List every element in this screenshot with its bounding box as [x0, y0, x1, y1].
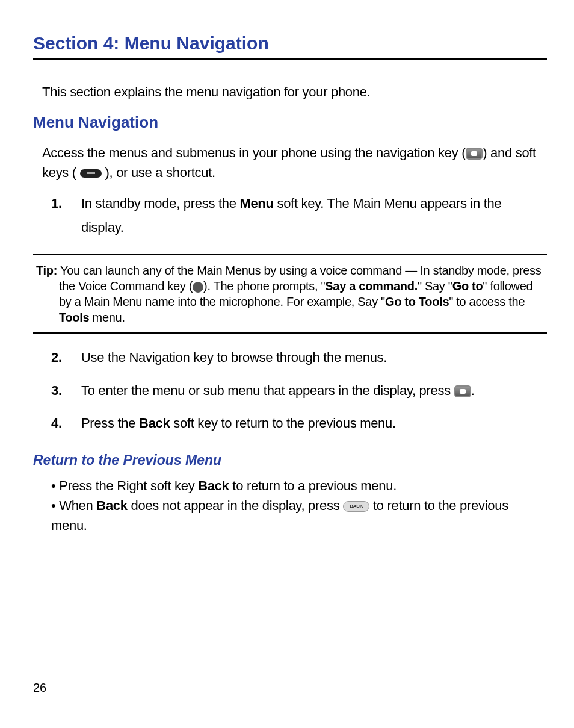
- b2-bold-back: Back: [96, 498, 127, 513]
- tip-goto-tools: Go to Tools: [385, 295, 449, 308]
- b1-text-c: to return to a previous menu.: [229, 478, 397, 493]
- step-content: Press the Back soft key to return to the…: [81, 411, 547, 435]
- step1-text-a: In standby mode, press the: [81, 196, 239, 211]
- access-text-pre: Access the menus and submenus in your ph…: [42, 145, 466, 160]
- step-content: In standby mode, press the Menu soft key…: [81, 191, 547, 239]
- step3-text-a: To enter the menu or sub menu that appea…: [81, 383, 454, 398]
- step-content: Use the Navigation key to browse through…: [81, 346, 547, 370]
- step-number: 2.: [51, 346, 81, 370]
- voice-command-key-icon: [193, 282, 203, 293]
- tip-text-6: menu.: [89, 311, 125, 324]
- b2-text-a: When: [59, 498, 96, 513]
- tip-text-3: " Say ": [418, 279, 452, 293]
- tip-goto: Go to: [452, 279, 483, 293]
- intro-text: This section explains the menu navigatio…: [42, 84, 547, 100]
- tip-say-command: Say a command.: [325, 279, 418, 293]
- return-bullet-2: When Back does not appear in the display…: [51, 496, 547, 535]
- b1-bold-back: Back: [198, 478, 229, 493]
- tip-text-2: ). The phone prompts, ": [203, 279, 325, 293]
- b1-text-a: Press the Right soft key: [59, 478, 198, 493]
- subheading-return: Return to the Previous Menu: [33, 452, 547, 468]
- step-number: 4.: [51, 411, 81, 435]
- access-paragraph: Access the menus and submenus in your ph…: [42, 143, 547, 182]
- access-text-post: ), or use a shortcut.: [102, 165, 215, 180]
- tip-text-5: " to access the: [449, 295, 525, 308]
- step-3: 3. To enter the menu or sub menu that ap…: [51, 379, 547, 403]
- step-2: 2. Use the Navigation key to browse thro…: [51, 346, 547, 370]
- step-number: 3.: [51, 379, 81, 403]
- b2-text-c: does not appear in the display, press: [128, 498, 343, 513]
- soft-key-icon: [80, 169, 102, 178]
- step1-bold-menu: Menu: [239, 196, 273, 211]
- navigation-key-icon: [466, 148, 483, 160]
- back-key-icon: BACK: [343, 501, 369, 512]
- tip-box: Tip: You can launch any of the Main Menu…: [33, 254, 547, 334]
- page-number: 26: [33, 681, 46, 695]
- return-bullet-1: Press the Right soft key Back to return …: [51, 476, 547, 496]
- step4-bold-back: Back: [139, 415, 170, 431]
- step-content: To enter the menu or sub menu that appea…: [81, 379, 547, 403]
- step4-text-a: Press the: [81, 415, 139, 431]
- step-number: 1.: [51, 191, 81, 239]
- step-4: 4. Press the Back soft key to return to …: [51, 411, 547, 435]
- tip-tools: Tools: [59, 311, 89, 324]
- navigation-key-icon: [454, 385, 471, 397]
- step-1: 1. In standby mode, press the Menu soft …: [51, 191, 547, 239]
- subheading-menu-navigation: Menu Navigation: [33, 113, 547, 132]
- step4-text-c: soft key to return to the previous menu.: [170, 415, 395, 431]
- tip-label: Tip:: [36, 264, 57, 277]
- section-title: Section 4: Menu Navigation: [33, 33, 547, 60]
- step3-text-b: .: [471, 383, 475, 398]
